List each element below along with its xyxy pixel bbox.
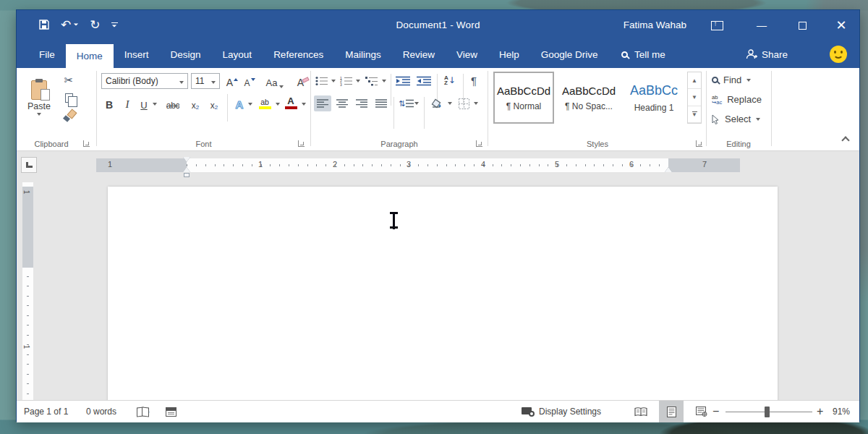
highlight-button[interactable]: ab	[255, 94, 275, 110]
clear-formatting-button[interactable]: A	[294, 73, 312, 89]
styles-scroll-down-button[interactable]: ▼	[688, 89, 701, 106]
justify-button[interactable]	[373, 95, 390, 111]
font-color-button[interactable]: A	[282, 94, 299, 110]
sort-button[interactable]: AZ ↓	[440, 73, 460, 88]
read-mode-button[interactable]	[629, 401, 653, 422]
styles-more-button[interactable]: ▼	[688, 106, 701, 123]
subscript-button[interactable]: x2	[187, 95, 204, 111]
bullets-button[interactable]	[314, 75, 330, 88]
paste-button[interactable]: Paste	[22, 72, 56, 124]
font-dialog-launcher[interactable]	[298, 140, 305, 147]
macro-recording-button[interactable]	[166, 401, 176, 422]
ribbon-display-options-button[interactable]	[707, 10, 726, 41]
numbering-caret[interactable]	[354, 75, 362, 88]
tab-references[interactable]: References	[263, 41, 334, 68]
zoom-slider[interactable]	[726, 401, 812, 422]
shrink-font-button[interactable]: A	[242, 73, 258, 89]
font-name-combobox[interactable]: Calibri (Body)	[101, 73, 188, 89]
multilevel-caret[interactable]	[380, 75, 388, 88]
underline-button[interactable]: U	[137, 95, 150, 111]
feedback-smiley-icon[interactable]	[830, 46, 847, 63]
align-left-button[interactable]	[314, 95, 331, 111]
style-no-spacing[interactable]: AaBbCcDd ¶ No Spac...	[557, 72, 621, 124]
document-page[interactable]	[108, 187, 778, 400]
align-right-button[interactable]	[353, 95, 370, 111]
cut-button[interactable]: ✂	[60, 72, 77, 88]
zoom-slider-track[interactable]	[726, 412, 812, 412]
page-indicator[interactable]: Page 1 of 1	[24, 401, 68, 422]
find-caret[interactable]	[746, 79, 751, 82]
minimize-button[interactable]: —	[752, 10, 771, 41]
line-spacing-button[interactable]: ⇅	[397, 95, 420, 111]
tab-file[interactable]: File	[28, 41, 66, 68]
tab-design[interactable]: Design	[160, 41, 212, 68]
strikethrough-button[interactable]: abc	[162, 95, 184, 111]
print-layout-button[interactable]	[659, 401, 684, 422]
zoom-in-button[interactable]: +	[817, 401, 823, 422]
shading-button[interactable]	[427, 95, 446, 111]
tab-layout[interactable]: Layout	[212, 41, 263, 68]
select-caret[interactable]	[756, 118, 760, 121]
style-normal[interactable]: AaBbCcDd ¶ Normal	[493, 72, 554, 124]
tab-mailings[interactable]: Mailings	[334, 41, 392, 68]
show-hide-pilcrow-button[interactable]: ¶	[466, 73, 482, 88]
zoom-out-button[interactable]: −	[712, 401, 719, 422]
font-size-combobox[interactable]: 11	[191, 73, 220, 89]
styles-dialog-launcher[interactable]	[696, 140, 702, 147]
tab-view[interactable]: View	[446, 41, 488, 68]
find-button[interactable]: Find	[712, 75, 751, 85]
multilevel-list-button[interactable]	[363, 75, 380, 88]
tab-home[interactable]: Home	[66, 44, 114, 68]
bold-button[interactable]: B	[101, 95, 117, 111]
account-user-name[interactable]: Fatima Wahab	[624, 20, 686, 30]
tab-stop-selector[interactable]	[21, 157, 37, 173]
font-color-caret[interactable]	[299, 95, 308, 111]
styles-scroll-up-button[interactable]: ▲	[688, 72, 701, 89]
borders-button[interactable]	[455, 95, 472, 111]
proofing-status-button[interactable]: ✓	[137, 401, 149, 422]
superscript-button[interactable]: x2	[205, 95, 223, 111]
shading-caret[interactable]	[446, 95, 454, 111]
tab-insert[interactable]: Insert	[114, 41, 160, 68]
grow-font-button[interactable]: A	[224, 73, 240, 89]
numbering-button[interactable]: 123	[339, 75, 354, 88]
text-effects-caret[interactable]	[246, 95, 255, 111]
align-center-button[interactable]	[333, 95, 351, 111]
left-indent-marker[interactable]	[184, 173, 190, 177]
paste-dropdown-caret[interactable]	[37, 113, 41, 116]
replace-button[interactable]: ab↪ac Replace	[712, 94, 762, 105]
paragraph-dialog-launcher[interactable]	[476, 140, 482, 147]
first-line-indent-marker[interactable]	[183, 157, 190, 162]
tab-help[interactable]: Help	[488, 41, 530, 68]
close-button[interactable]: ✕	[832, 10, 851, 41]
format-painter-button[interactable]	[60, 108, 77, 124]
collapse-ribbon-button[interactable]	[841, 136, 849, 144]
decrease-indent-button[interactable]	[393, 75, 412, 88]
clipboard-dialog-launcher[interactable]	[83, 140, 90, 147]
copy-button[interactable]	[60, 90, 77, 106]
change-case-button[interactable]: Aa	[262, 73, 288, 89]
display-settings-button[interactable]: Display Settings	[522, 401, 601, 422]
borders-caret[interactable]	[472, 95, 480, 111]
style-heading1[interactable]: AaBbCc Heading 1	[624, 72, 684, 124]
increase-indent-button[interactable]	[414, 75, 433, 88]
underline-dropdown-caret[interactable]	[150, 95, 159, 111]
bullets-caret[interactable]	[330, 75, 337, 88]
tab-google-drive[interactable]: Google Drive	[530, 41, 609, 68]
font-name-caret[interactable]	[179, 81, 184, 84]
zoom-slider-handle[interactable]	[765, 407, 770, 417]
text-effects-button[interactable]: A	[231, 95, 247, 111]
italic-button[interactable]: I	[120, 95, 135, 111]
right-indent-marker[interactable]	[665, 167, 672, 172]
word-count[interactable]: 0 words	[86, 401, 116, 422]
web-layout-button[interactable]	[689, 401, 714, 422]
tab-review[interactable]: Review	[392, 41, 446, 68]
highlight-caret[interactable]	[273, 95, 282, 111]
hanging-indent-marker[interactable]	[183, 167, 190, 172]
font-size-caret[interactable]	[211, 81, 216, 84]
tell-me-box[interactable]: Tell me	[621, 41, 665, 68]
zoom-percentage[interactable]: 91%	[833, 401, 850, 422]
select-button[interactable]: Select	[712, 114, 760, 124]
share-button[interactable]: Share	[746, 41, 788, 68]
maximize-button[interactable]	[793, 10, 812, 41]
